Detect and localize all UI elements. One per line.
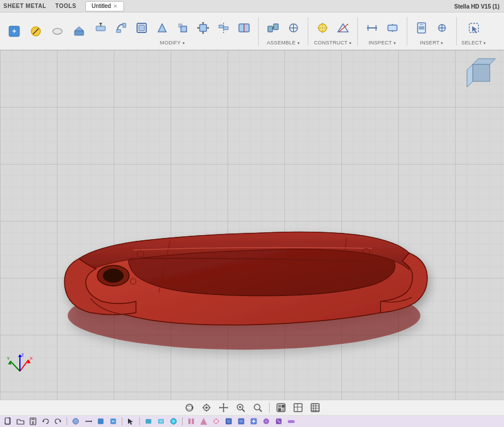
bt-pink2[interactable] (198, 417, 209, 426)
svg-marker-20 (202, 22, 204, 24)
svg-point-146 (265, 420, 267, 422)
construct-btn1[interactable] (313, 17, 332, 39)
fillet-button[interactable] (111, 17, 131, 39)
bt-solid2[interactable] (236, 417, 247, 426)
bt-undo[interactable] (40, 417, 51, 426)
look-at-button[interactable] (199, 401, 214, 414)
svg-marker-70 (467, 64, 473, 87)
assemble-tools-row (263, 17, 303, 39)
bt-purple2[interactable] (273, 417, 284, 426)
bt-solid1[interactable] (223, 417, 234, 426)
bt-purple3[interactable] (286, 417, 297, 426)
svg-text:X: X (30, 356, 33, 361)
bt-purple1[interactable] (261, 417, 272, 426)
select-dropdown-arrow[interactable]: ▾ (484, 41, 486, 45)
zoom-button[interactable] (250, 401, 265, 414)
insert-btn1[interactable] (412, 17, 431, 39)
svg-rect-129 (159, 420, 163, 422)
construct-dropdown-arrow[interactable]: ▾ (349, 41, 352, 45)
svg-point-98 (254, 404, 260, 410)
insert-btn2[interactable] (432, 17, 452, 39)
pan-button[interactable] (216, 401, 231, 414)
modify-label: MODIFY ▾ (160, 40, 185, 46)
bt-redo[interactable] (52, 417, 64, 426)
svg-rect-103 (278, 408, 281, 411)
bt-cyan1[interactable] (143, 417, 154, 426)
modify-tools-row (91, 17, 254, 39)
sheet-metal-tab[interactable]: SHEET METAL (3, 3, 46, 9)
modify-group: MODIFY ▾ (91, 17, 259, 46)
inspect-tools-row (362, 17, 402, 39)
display-button[interactable] (274, 401, 288, 414)
svg-rect-127 (146, 419, 151, 424)
orbit-button[interactable] (182, 401, 197, 414)
shell-button[interactable] (132, 17, 151, 39)
bt-sep3 (139, 417, 140, 425)
align-button[interactable] (214, 17, 233, 39)
sketch-button[interactable] (26, 20, 46, 42)
svg-line-99 (259, 409, 262, 412)
svg-rect-69 (473, 64, 490, 81)
assemble-btn2[interactable] (284, 17, 303, 39)
grid-settings-button[interactable] (308, 401, 323, 414)
new-component-button[interactable]: + (5, 20, 24, 42)
modify-dropdown-arrow[interactable]: ▾ (183, 41, 185, 45)
bt-pink3[interactable] (210, 417, 222, 426)
inspect-btn2[interactable] (383, 17, 402, 39)
tools-tab[interactable]: TOOLS (55, 3, 76, 9)
extrude-button[interactable] (69, 20, 89, 42)
toolbar-top: SHEET METAL TOOLS Untitled ✕ Stella HD V… (0, 0, 504, 13)
construct-tools-row (313, 17, 353, 39)
bt-cyan2[interactable] (155, 417, 167, 426)
bt-sep2 (122, 417, 122, 425)
svg-marker-10 (99, 23, 102, 25)
svg-rect-46 (388, 25, 397, 31)
split-body-button[interactable] (234, 17, 254, 39)
bt-pink1[interactable] (185, 417, 197, 426)
insert-tools-row (412, 17, 452, 39)
svg-rect-116 (31, 418, 35, 420)
bt-blue2[interactable] (108, 417, 119, 426)
insert-group: INSERT ▾ (412, 17, 457, 46)
svg-point-85 (205, 407, 208, 409)
bt-cyan3[interactable] (168, 417, 179, 426)
scale-button[interactable] (173, 17, 192, 39)
surface-button[interactable] (48, 20, 67, 42)
assemble-label: ASSEMBLE ▾ (267, 40, 300, 46)
3d-object[interactable] (45, 99, 443, 361)
svg-marker-26 (207, 27, 209, 29)
navigation-cube[interactable] (464, 56, 498, 90)
bt-solid3[interactable] (248, 417, 259, 426)
bt-cursor[interactable] (125, 417, 137, 426)
inspect-btn1[interactable] (362, 17, 382, 39)
svg-rect-123 (98, 418, 104, 424)
svg-rect-141 (239, 420, 243, 422)
assemble-btn1[interactable] (263, 17, 283, 39)
grid-button[interactable] (291, 401, 305, 414)
assemble-dropdown-arrow[interactable]: ▾ (298, 41, 300, 45)
move-copy-button[interactable] (193, 17, 213, 39)
construct-btn2[interactable] (333, 17, 353, 39)
insert-dropdown-arrow[interactable]: ▾ (441, 41, 443, 45)
inspect-dropdown-arrow[interactable]: ▾ (394, 41, 396, 45)
close-tab-button[interactable]: ✕ (113, 3, 118, 9)
viewport[interactable]: X Y Z (0, 50, 504, 400)
press-pull-button[interactable] (91, 17, 110, 39)
select-group: SELECT ▾ (461, 17, 491, 46)
draft-button[interactable] (152, 17, 172, 39)
file-tab[interactable]: Untitled ✕ (85, 1, 124, 11)
bt-save[interactable] (27, 417, 39, 426)
select-btn1[interactable] (464, 17, 484, 39)
construct-label: CONSTRUCT ▾ (314, 40, 352, 46)
nav-separator (269, 403, 270, 413)
bt-open[interactable] (15, 417, 26, 426)
zoom-window-button[interactable] (233, 401, 248, 414)
bt-circle1[interactable] (70, 417, 81, 426)
svg-point-120 (73, 418, 79, 424)
axis-indicator: X Y Z (6, 348, 34, 377)
bt-file[interactable] (2, 417, 14, 426)
bt-blue1[interactable] (95, 417, 106, 426)
svg-marker-56 (472, 26, 477, 33)
bt-arrow[interactable] (82, 417, 94, 426)
toolbar: SHEET METAL TOOLS Untitled ✕ Stella HD V… (0, 0, 504, 50)
